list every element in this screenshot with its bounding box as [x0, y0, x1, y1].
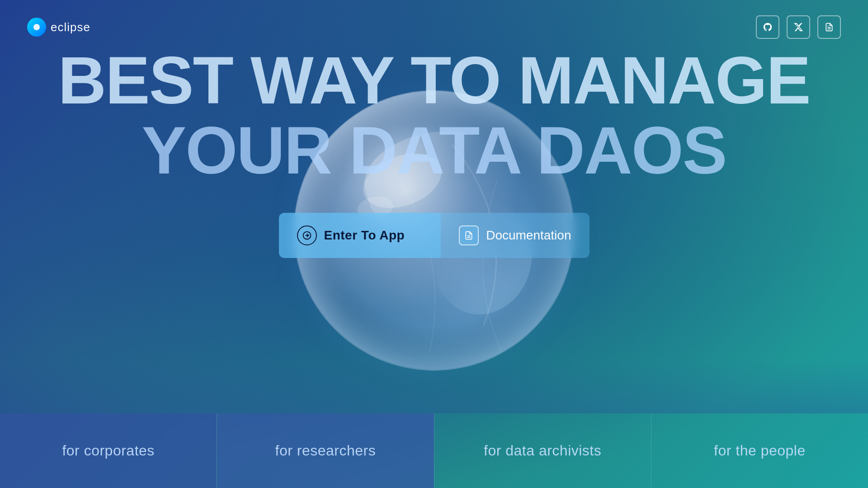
logo-dot — [27, 18, 46, 37]
bottom-section-corporates: for corporates — [0, 413, 217, 488]
file-icon — [464, 230, 473, 240]
logo-dot-inner — [33, 24, 40, 30]
bottom-section-archivists: for data archivists — [434, 413, 651, 488]
enter-app-button[interactable]: Enter To App — [279, 213, 441, 258]
hero-title-line1: BEST WAY TO MANAGE — [58, 45, 810, 115]
document-icon — [825, 22, 834, 32]
bottom-bar: for corporates for researchers for data … — [0, 413, 868, 488]
main-content: BEST WAY TO MANAGE YOUR DATA DAOS Enter … — [0, 45, 868, 258]
nav-icons — [756, 15, 841, 39]
bottom-label-corporates: for corporates — [62, 442, 154, 459]
logo-text: eclipse — [51, 20, 90, 34]
hero-title-line2: YOUR DATA DAOS — [58, 115, 810, 185]
document-icon-button[interactable] — [817, 15, 841, 39]
enter-app-icon — [297, 225, 317, 245]
enter-app-label: Enter To App — [324, 228, 405, 243]
bottom-section-people: for the people — [651, 413, 868, 488]
twitter-icon — [793, 22, 803, 32]
bottom-label-people: for the people — [714, 442, 806, 459]
cta-buttons: Enter To App Documentation — [279, 213, 590, 258]
documentation-button[interactable]: Documentation — [441, 213, 589, 258]
arrow-circle-icon — [302, 231, 311, 240]
github-icon-button[interactable] — [756, 15, 779, 39]
hero-title: BEST WAY TO MANAGE YOUR DATA DAOS — [58, 45, 810, 186]
bottom-section-researchers: for researchers — [217, 413, 434, 488]
documentation-label: Documentation — [486, 228, 571, 243]
docs-icon — [459, 225, 479, 245]
logo[interactable]: eclipse — [27, 18, 90, 37]
github-icon — [763, 22, 773, 32]
bottom-label-researchers: for researchers — [275, 442, 376, 459]
twitter-icon-button[interactable] — [787, 15, 810, 39]
header: eclipse — [0, 0, 868, 54]
bottom-label-archivists: for data archivists — [484, 442, 601, 459]
